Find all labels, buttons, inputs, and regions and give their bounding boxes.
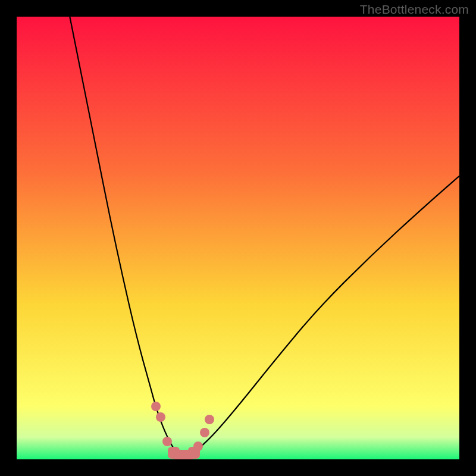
right-curve xyxy=(183,176,459,458)
outer-frame: TheBottleneck.com xyxy=(0,0,476,476)
curve-layer xyxy=(17,17,459,459)
left-curve xyxy=(70,17,183,457)
highlight-point xyxy=(200,428,209,437)
highlight-point xyxy=(156,412,165,422)
highlight-point xyxy=(151,402,161,411)
highlight-point xyxy=(162,437,172,446)
watermark-text: TheBottleneck.com xyxy=(360,2,469,17)
highlight-point xyxy=(193,441,203,451)
highlight-point xyxy=(205,415,214,424)
plot-area xyxy=(17,17,459,459)
